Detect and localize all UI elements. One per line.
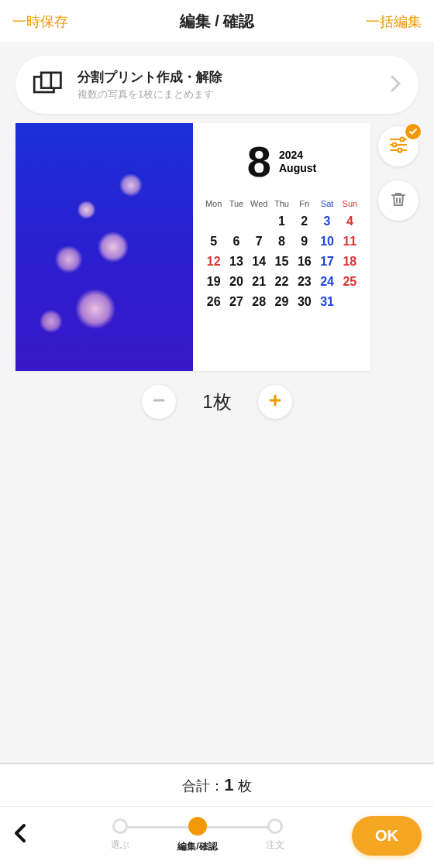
calendar-day: 21: [248, 275, 270, 289]
quantity-row: 1枚: [16, 385, 418, 419]
calendar-day: 7: [248, 235, 270, 249]
calendar-month-name: August: [279, 162, 316, 175]
banner-subtitle: 複数の写真を1枚にまとめます: [78, 87, 380, 101]
plus-icon: [267, 393, 283, 411]
calendar-panel: 8 2024 August MonTueWedThuFriSatSun00012…: [193, 123, 370, 371]
chevron-right-icon: [391, 75, 401, 95]
step-dot-icon: [188, 817, 207, 835]
split-print-banner[interactable]: 分割プリント作成・解除 複数の写真を1枚にまとめます: [16, 56, 418, 114]
step-dot-icon: [267, 818, 283, 834]
calendar-day: 12: [202, 255, 225, 269]
calendar-day: 20: [225, 275, 247, 289]
bulk-edit-button[interactable]: 一括編集: [366, 12, 422, 31]
banner-text: 分割プリント作成・解除 複数の写真を1枚にまとめます: [78, 68, 380, 101]
calendar-day: 13: [225, 255, 247, 269]
step-label: 編集/確認: [177, 840, 217, 853]
calendar-day: 26: [202, 295, 225, 309]
calendar-day: 3: [315, 214, 338, 228]
calendar-dow: Wed: [248, 199, 270, 208]
decrease-quantity-button[interactable]: [142, 385, 176, 419]
increase-quantity-button[interactable]: [258, 385, 292, 419]
calendar-day: 6: [225, 235, 247, 249]
delete-button[interactable]: [378, 180, 418, 221]
total-row: 合計：1 枚: [0, 764, 434, 807]
calendar-grid: MonTueWedThuFriSatSun0001234567891011121…: [202, 199, 361, 309]
trash-icon: [389, 190, 408, 211]
calendar-day: 19: [202, 275, 225, 289]
chevron-left-icon: [12, 822, 28, 849]
floating-actions: [378, 126, 418, 221]
calendar-day: 30: [293, 295, 315, 309]
calendar-day: 29: [270, 295, 293, 309]
sliders-icon: [388, 135, 408, 158]
save-draft-button[interactable]: 一時保存: [12, 12, 68, 31]
calendar-dow: Sun: [339, 199, 361, 208]
calendar-dow: Tue: [225, 199, 247, 208]
svg-point-4: [401, 138, 405, 142]
print-preview-card[interactable]: 8 2024 August MonTueWedThuFriSatSun00012…: [16, 123, 370, 371]
header: 一時保存 編集 / 確認 一括編集: [0, 0, 434, 43]
calendar-day: 24: [315, 275, 338, 289]
ok-button[interactable]: OK: [352, 816, 422, 856]
calendar-dow: Sat: [315, 199, 338, 208]
footer: 合計：1 枚 選ぶ編集/確認注文 OK: [0, 763, 434, 868]
calendar-dow: Thu: [270, 199, 293, 208]
calendar-day: 8: [270, 235, 293, 249]
calendar-day: 10: [315, 235, 338, 249]
step-label: 選ぶ: [111, 839, 129, 852]
calendar-day: 9: [293, 235, 315, 249]
card-row: 8 2024 August MonTueWedThuFriSatSun00012…: [16, 123, 418, 371]
banner-title: 分割プリント作成・解除: [78, 68, 380, 86]
calendar-day: 4: [339, 214, 361, 228]
calendar-header: 8 2024 August: [202, 140, 361, 184]
split-print-icon: [33, 71, 67, 99]
calendar-dow: Fri: [293, 199, 315, 208]
calendar-day: 14: [248, 255, 270, 269]
step-label: 注文: [266, 839, 284, 852]
svg-point-6: [393, 143, 397, 147]
calendar-year: 2024: [279, 149, 316, 162]
calendar-day: 28: [248, 295, 270, 309]
calendar-day: 1: [270, 214, 293, 228]
calendar-day: 18: [339, 255, 361, 269]
total-value: 1: [224, 775, 233, 794]
banner-container: 分割プリント作成・解除 複数の写真を1枚にまとめます: [0, 43, 434, 123]
calendar-day: 11: [339, 235, 361, 249]
svg-point-8: [398, 149, 402, 153]
calendar-day: 5: [202, 235, 225, 249]
adjust-settings-button[interactable]: [378, 126, 418, 166]
calendar-day: 2: [293, 214, 315, 228]
quantity-value: 1枚: [202, 389, 231, 414]
step-選ぶ[interactable]: 選ぶ: [81, 818, 159, 852]
photo-preview: [16, 123, 193, 371]
calendar-day: 16: [293, 255, 315, 269]
back-button[interactable]: [12, 822, 43, 850]
step-編集/確認[interactable]: 編集/確認: [159, 818, 236, 853]
calendar-day: 17: [315, 255, 338, 269]
main-content: 8 2024 August MonTueWedThuFriSatSun00012…: [0, 123, 434, 419]
nav-row: 選ぶ編集/確認注文 OK: [0, 807, 434, 868]
calendar-month-number: 8: [247, 140, 271, 184]
minus-icon: [151, 393, 167, 411]
total-label: 合計：: [182, 778, 224, 794]
step-注文[interactable]: 注文: [236, 818, 314, 852]
progress-steps: 選ぶ編集/確認注文: [43, 818, 352, 853]
calendar-day: 15: [270, 255, 293, 269]
total-unit: 枚: [238, 778, 252, 794]
check-badge-icon: [405, 124, 421, 139]
calendar-day: 23: [293, 275, 315, 289]
calendar-dow: Mon: [202, 199, 225, 208]
step-dot-icon: [112, 818, 128, 834]
calendar-day: 25: [339, 275, 361, 289]
calendar-day: 22: [270, 275, 293, 289]
calendar-day: 31: [315, 295, 338, 309]
page-title: 編集 / 確認: [180, 11, 255, 32]
calendar-day: 27: [225, 295, 247, 309]
